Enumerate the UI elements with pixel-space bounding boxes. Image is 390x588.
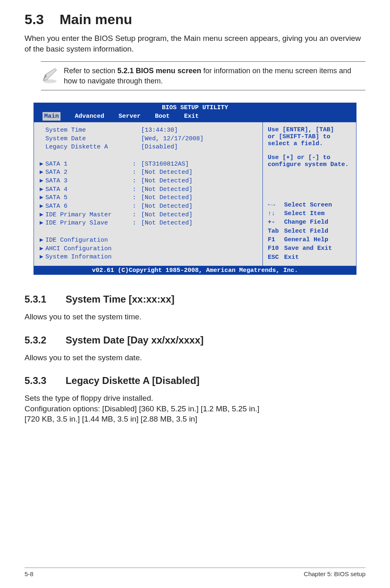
bios-value: [Not Detected] (141, 194, 193, 202)
note-box: Refer to section 5.2.1 BIOS menu screen … (41, 61, 365, 90)
bios-label: SATA 4 (45, 186, 131, 194)
bios-value: [Not Detected] (141, 211, 193, 220)
section-heading: 5.3 Main menu (25, 11, 365, 27)
bios-row-sata4[interactable]: ▶SATA 4: [Not Detected] (40, 186, 259, 194)
triangle-icon: ▶ (40, 253, 45, 262)
bios-tab-server[interactable]: Server (119, 112, 141, 121)
bios-row-legacy-diskette[interactable]: Legacy Diskette A [Disabled] (40, 143, 259, 152)
bios-row-system-date[interactable]: System Date [Wed, 12/17/2008] (40, 135, 259, 144)
help-line: select a field. (268, 140, 352, 147)
bios-row-ide-slave[interactable]: ▶IDE Primary Slave: [Not Detected] (40, 219, 259, 228)
subsection-body: Allows you to set the system date. (25, 352, 365, 363)
triangle-icon: ▶ (40, 219, 45, 228)
bios-value: [Not Detected] (141, 202, 193, 211)
bios-value: [Disabled] (141, 143, 178, 152)
bios-label: IDE Primary Master (45, 211, 131, 220)
subsection-title: Legacy Diskette A [Disabled] (65, 375, 199, 386)
bios-label: IDE Primary Slave (45, 219, 131, 228)
subsection-heading: 5.3.2 System Date [Day xx/xx/xxxx] (25, 334, 365, 346)
bios-value: [Not Detected] (141, 219, 193, 228)
bios-label: SATA 6 (45, 202, 131, 211)
page-footer: 5-8 Chapter 5: BIOS setup (25, 568, 365, 577)
bios-tabs: Main Advanced Server Boot Exit (34, 112, 356, 122)
intro-paragraph: When you enter the BIOS Setup program, t… (25, 33, 365, 54)
subsection-number: 5.3.1 (25, 294, 64, 305)
subsection-title: System Date [Day xx/xx/xxxx] (65, 334, 204, 346)
subsection-body: Allows you to set the system time. (25, 312, 365, 322)
svg-marker-1 (43, 68, 57, 80)
triangle-icon: ▶ (40, 177, 45, 186)
help-line: Use [ENTER], [TAB] (268, 126, 352, 133)
subsection-heading: 5.3.3 Legacy Diskette A [Disabled] (25, 375, 365, 386)
bios-label: SATA 2 (45, 168, 131, 177)
triangle-icon: ▶ (40, 202, 45, 211)
page-number: 5-8 (25, 570, 34, 577)
subsection-body: Sets the type of floppy drive installed.… (25, 393, 365, 424)
subsection-number: 5.3.3 (25, 375, 64, 386)
bios-help-keys: ←→Select Screen ↑↓Select Item +-Change F… (268, 201, 352, 262)
bios-value: [Not Detected] (141, 177, 193, 186)
bios-value: [Not Detected] (141, 186, 193, 194)
bios-label: SATA 3 (45, 177, 131, 186)
help-key-row: +-Change Field (268, 218, 352, 227)
chapter-label: Chapter 5: BIOS setup (304, 570, 365, 577)
bios-label: IDE Configuration (45, 236, 108, 245)
bios-tab-advanced[interactable]: Advanced (75, 112, 104, 121)
bios-row-system-time[interactable]: System Time [13:44:30] (40, 126, 259, 135)
bios-row-ahci-config[interactable]: ▶AHCI Configuration (40, 245, 259, 254)
bios-value: [Not Detected] (141, 168, 193, 177)
bios-value: [Wed, 12/17/2008] (141, 135, 204, 144)
help-key-row: ←→Select Screen (268, 201, 352, 209)
section-title: Main menu (60, 11, 132, 27)
bios-label: SATA 5 (45, 194, 131, 202)
bios-left-pane: System Time [13:44:30] System Date [Wed,… (34, 122, 262, 266)
help-key-row: ESCExit (268, 253, 352, 262)
pencil-icon (41, 66, 64, 86)
bios-label: System Date (45, 135, 131, 144)
bios-row-sata1[interactable]: ▶SATA 1: [ST3160812AS] (40, 160, 259, 169)
bios-label: AHCI Configuration (45, 245, 112, 254)
bios-value: [ST3160812AS] (141, 160, 189, 169)
help-key-row: ↑↓Select Item (268, 209, 352, 218)
section-number: 5.3 (25, 11, 44, 27)
triangle-icon: ▶ (40, 160, 45, 169)
bios-label: System Time (45, 126, 131, 135)
triangle-icon: ▶ (40, 211, 45, 220)
bios-row-system-info[interactable]: ▶System Information (40, 253, 259, 262)
bios-tab-boot[interactable]: Boot (155, 112, 170, 121)
bios-tab-exit[interactable]: Exit (184, 112, 199, 121)
help-key-row: F1General Help (268, 236, 352, 244)
bios-help-top: Use [ENTER], [TAB] or [SHIFT-TAB] to sel… (268, 126, 352, 168)
bios-row-sata2[interactable]: ▶SATA 2: [Not Detected] (40, 168, 259, 177)
subsection-number: 5.3.2 (25, 334, 64, 346)
bios-header: BIOS SETUP UTILITY Main Advanced Server … (34, 103, 356, 122)
note-text: Refer to section 5.2.1 BIOS menu screen … (64, 66, 365, 86)
triangle-icon: ▶ (40, 236, 45, 245)
bios-title: BIOS SETUP UTILITY (34, 103, 356, 112)
triangle-icon: ▶ (40, 194, 45, 202)
bios-tab-main[interactable]: Main (43, 112, 61, 121)
help-line: Use [+] or [-] to (268, 154, 352, 161)
triangle-icon: ▶ (40, 168, 45, 177)
bios-body: System Time [13:44:30] System Date [Wed,… (34, 122, 356, 266)
bios-label: System Information (45, 253, 112, 262)
bios-help-pane: Use [ENTER], [TAB] or [SHIFT-TAB] to sel… (262, 122, 356, 266)
bios-row-ide-master[interactable]: ▶IDE Primary Master: [Not Detected] (40, 211, 259, 220)
bios-row-sata6[interactable]: ▶SATA 6: [Not Detected] (40, 202, 259, 211)
help-line: or [SHIFT-TAB] to (268, 133, 352, 140)
help-line: configure system Date. (268, 161, 352, 168)
help-key-row: TabSelect Field (268, 227, 352, 236)
triangle-icon: ▶ (40, 245, 45, 254)
bios-row-sata5[interactable]: ▶SATA 5: [Not Detected] (40, 194, 259, 202)
bios-footer: v02.61 (C)Copyright 1985-2008, American … (34, 266, 356, 275)
bios-row-ide-config[interactable]: ▶IDE Configuration (40, 236, 259, 245)
bios-value: [13:44:30] (141, 126, 178, 135)
bios-label: Legacy Diskette A (45, 143, 131, 152)
subsection-title: System Time [xx:xx:xx] (65, 294, 174, 305)
note-bold: 5.2.1 BIOS menu screen (117, 67, 201, 75)
bios-screen: BIOS SETUP UTILITY Main Advanced Server … (34, 103, 356, 275)
bios-row-sata3[interactable]: ▶SATA 3: [Not Detected] (40, 177, 259, 186)
bios-label: SATA 1 (45, 160, 131, 169)
triangle-icon: ▶ (40, 186, 45, 194)
help-key-row: F10Save and Exit (268, 244, 352, 253)
